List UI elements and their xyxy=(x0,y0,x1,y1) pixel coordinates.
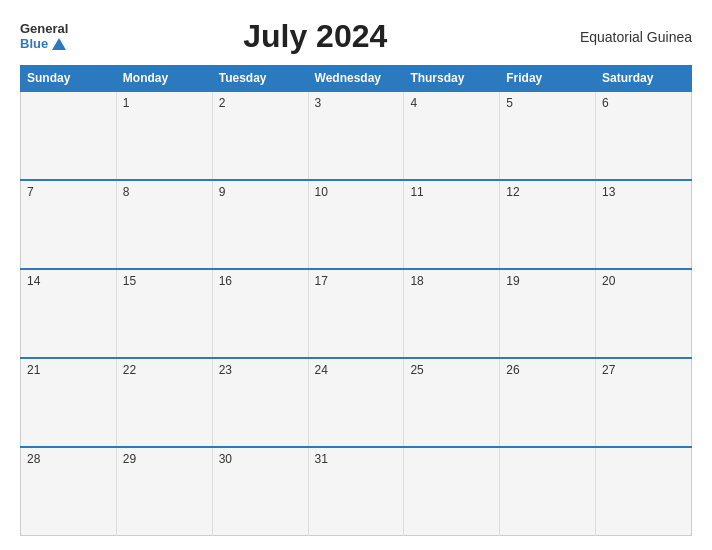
calendar-table: Sunday Monday Tuesday Wednesday Thursday… xyxy=(20,65,692,536)
day-number: 22 xyxy=(123,363,136,377)
day-number: 23 xyxy=(219,363,232,377)
calendar-cell: 28 xyxy=(21,447,117,536)
day-number: 26 xyxy=(506,363,519,377)
calendar-cell: 25 xyxy=(404,358,500,447)
calendar-page: General Blue July 2024 Equatorial Guinea… xyxy=(0,0,712,550)
header: General Blue July 2024 Equatorial Guinea xyxy=(20,18,692,55)
calendar-cell: 26 xyxy=(500,358,596,447)
calendar-cell: 15 xyxy=(116,269,212,358)
calendar-cell: 31 xyxy=(308,447,404,536)
calendar-cell: 23 xyxy=(212,358,308,447)
day-number: 10 xyxy=(315,185,328,199)
logo-blue-text: Blue xyxy=(20,37,68,51)
calendar-week-row: 123456 xyxy=(21,91,692,180)
calendar-cell: 8 xyxy=(116,180,212,269)
day-number: 4 xyxy=(410,96,417,110)
day-number: 5 xyxy=(506,96,513,110)
calendar-cell: 3 xyxy=(308,91,404,180)
col-saturday: Saturday xyxy=(596,66,692,92)
calendar-cell: 29 xyxy=(116,447,212,536)
calendar-cell: 12 xyxy=(500,180,596,269)
calendar-cell xyxy=(21,91,117,180)
col-thursday: Thursday xyxy=(404,66,500,92)
calendar-cell xyxy=(404,447,500,536)
calendar-cell: 13 xyxy=(596,180,692,269)
calendar-cell: 30 xyxy=(212,447,308,536)
country-label: Equatorial Guinea xyxy=(562,29,692,45)
calendar-cell: 11 xyxy=(404,180,500,269)
col-sunday: Sunday xyxy=(21,66,117,92)
day-number: 27 xyxy=(602,363,615,377)
day-number: 15 xyxy=(123,274,136,288)
calendar-cell xyxy=(596,447,692,536)
day-number: 24 xyxy=(315,363,328,377)
day-number: 29 xyxy=(123,452,136,466)
day-number: 11 xyxy=(410,185,423,199)
day-number: 17 xyxy=(315,274,328,288)
day-number: 9 xyxy=(219,185,226,199)
calendar-cell: 9 xyxy=(212,180,308,269)
day-number: 31 xyxy=(315,452,328,466)
logo-triangle-icon xyxy=(52,38,66,50)
calendar-cell: 10 xyxy=(308,180,404,269)
day-number: 7 xyxy=(27,185,34,199)
day-number: 16 xyxy=(219,274,232,288)
calendar-cell: 19 xyxy=(500,269,596,358)
day-number: 1 xyxy=(123,96,130,110)
calendar-cell: 5 xyxy=(500,91,596,180)
calendar-cell: 24 xyxy=(308,358,404,447)
day-number: 20 xyxy=(602,274,615,288)
day-number: 2 xyxy=(219,96,226,110)
day-number: 18 xyxy=(410,274,423,288)
calendar-cell: 17 xyxy=(308,269,404,358)
day-number: 21 xyxy=(27,363,40,377)
col-monday: Monday xyxy=(116,66,212,92)
calendar-cell: 16 xyxy=(212,269,308,358)
logo-general-text: General xyxy=(20,22,68,36)
calendar-week-row: 14151617181920 xyxy=(21,269,692,358)
day-number: 12 xyxy=(506,185,519,199)
calendar-cell xyxy=(500,447,596,536)
calendar-cell: 21 xyxy=(21,358,117,447)
calendar-cell: 27 xyxy=(596,358,692,447)
col-wednesday: Wednesday xyxy=(308,66,404,92)
calendar-cell: 18 xyxy=(404,269,500,358)
day-number: 13 xyxy=(602,185,615,199)
calendar-cell: 14 xyxy=(21,269,117,358)
calendar-header-row: Sunday Monday Tuesday Wednesday Thursday… xyxy=(21,66,692,92)
calendar-title: July 2024 xyxy=(68,18,562,55)
day-number: 8 xyxy=(123,185,130,199)
day-number: 19 xyxy=(506,274,519,288)
logo: General Blue xyxy=(20,22,68,51)
day-number: 30 xyxy=(219,452,232,466)
calendar-cell: 22 xyxy=(116,358,212,447)
calendar-cell: 1 xyxy=(116,91,212,180)
day-number: 3 xyxy=(315,96,322,110)
day-number: 28 xyxy=(27,452,40,466)
calendar-cell: 6 xyxy=(596,91,692,180)
calendar-cell: 2 xyxy=(212,91,308,180)
calendar-cell: 20 xyxy=(596,269,692,358)
day-number: 25 xyxy=(410,363,423,377)
calendar-week-row: 78910111213 xyxy=(21,180,692,269)
calendar-week-row: 21222324252627 xyxy=(21,358,692,447)
col-friday: Friday xyxy=(500,66,596,92)
calendar-week-row: 28293031 xyxy=(21,447,692,536)
day-number: 6 xyxy=(602,96,609,110)
day-number: 14 xyxy=(27,274,40,288)
col-tuesday: Tuesday xyxy=(212,66,308,92)
calendar-cell: 4 xyxy=(404,91,500,180)
calendar-cell: 7 xyxy=(21,180,117,269)
